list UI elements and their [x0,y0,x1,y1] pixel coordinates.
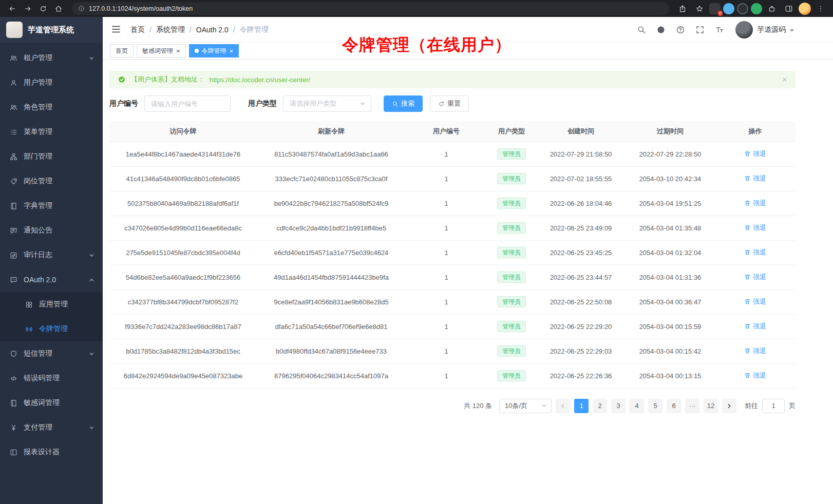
doc-link[interactable]: https://doc.iocoder.cn/user-center/ [210,76,310,84]
page-button-6[interactable]: 6 [667,399,681,413]
tab-token[interactable]: 令牌管理 × [189,44,239,57]
force-logout-button[interactable]: 强退 [744,371,766,380]
page-button-12[interactable]: 12 [704,399,718,413]
reset-button[interactable]: 重置 [430,95,469,112]
page-button-3[interactable]: 3 [611,399,626,413]
action-cell: 强退 [715,191,796,216]
extension-icon-dark[interactable] [737,3,748,14]
avatar [735,21,753,38]
back-button[interactable] [5,2,20,16]
prev-page-button[interactable] [556,399,570,413]
font-size-icon[interactable] [715,25,724,34]
extensions-button[interactable] [765,2,779,16]
user-type-select[interactable]: 请选择用户类型 [283,95,371,112]
create-time-cell: 2022-06-25 22:29:03 [536,339,626,363]
trash-icon [744,323,751,329]
next-page-button[interactable] [722,399,736,413]
sidebar-item-token[interactable]: 令牌管理 [0,317,103,341]
close-icon[interactable]: × [230,48,234,54]
collapse-sidebar-button[interactable] [111,24,122,35]
sidebar-item-label: 令牌管理 [39,324,94,334]
access-token-cell: 502375b8040a469a9b82188afdf6af1f [109,191,257,216]
home-button[interactable] [51,2,66,16]
user-type-badge: 管理员 [497,148,526,160]
app-logo-row[interactable]: 芋道管理系统 [0,17,103,43]
sidebar-menu: 租户管理 用户管理 角色管理 菜单管理 部门管理 [0,43,103,504]
force-logout-button[interactable]: 强退 [744,297,766,306]
user-id-input[interactable] [144,95,231,112]
sidebar-item-app[interactable]: 应用管理 [0,292,103,317]
force-logout-button[interactable]: 强退 [744,149,766,159]
share-button[interactable] [675,2,690,16]
side-panel-button[interactable] [782,2,796,16]
browser-menu-button[interactable] [813,2,828,16]
page-button-5[interactable]: 5 [648,399,662,413]
user-type-badge: 管理员 [497,370,526,381]
sidebar-item-tenant[interactable]: 租户管理 [0,46,103,70]
extension-icon-green[interactable] [751,3,762,14]
goto-page: 前往 页 [745,399,796,413]
forward-button[interactable] [21,2,35,16]
breadcrumb-system[interactable]: 系统管理 [156,25,185,34]
user-type-cell: 管理员 [487,191,536,216]
trash-icon [744,274,751,280]
extension-icon-blue[interactable] [723,3,734,14]
sidebar-item-error-code[interactable]: 错误码管理 [0,366,103,391]
breadcrumb-current: 令牌管理 [240,25,269,34]
breadcrumb-home[interactable]: 首页 [130,25,145,34]
page-button-1[interactable]: 1 [574,399,589,413]
goto-page-input[interactable] [762,399,785,413]
github-icon[interactable] [656,25,666,34]
sidebar-item-label: OAuth 2.0 [24,276,83,284]
sidebar-item-audit-log[interactable]: 审计日志 [0,243,103,267]
url-bar[interactable]: 127.0.0.1:1024/system/oauth2/token [72,2,669,15]
close-icon[interactable]: × [176,48,180,54]
sidebar-item-post[interactable]: 岗位管理 [0,169,103,193]
search-button[interactable]: 搜索 [384,95,423,112]
user-menu[interactable]: 芋道源码 [735,21,794,38]
search-icon[interactable] [637,25,646,34]
page-ellipsis[interactable]: ··· [685,399,699,413]
force-logout-button[interactable]: 强退 [744,223,766,232]
sidebar-item-payment[interactable]: 支付管理 [0,415,103,440]
bookmark-button[interactable] [692,2,707,16]
breadcrumb-oauth[interactable]: OAuth 2.0 [196,26,229,34]
alert-close-icon[interactable]: × [782,75,787,84]
sidebar-item-dept[interactable]: 部门管理 [0,144,103,169]
fullscreen-icon[interactable] [695,25,705,34]
sidebar-item-notice[interactable]: 通知公告 [0,218,103,243]
user-type-cell: 管理员 [487,265,536,289]
sidebar-item-report-designer[interactable]: 报表设计器 [0,440,103,464]
sms-shield-icon [10,350,17,358]
sidebar-item-sms[interactable]: 短信管理 [0,341,103,366]
sidebar-item-oauth[interactable]: OAuth 2.0 [0,267,103,292]
user-type-cell: 管理员 [487,240,536,265]
force-logout-button[interactable]: 强退 [744,199,766,208]
page-button-2[interactable]: 2 [593,399,607,413]
sidebar-item-sensitive-word[interactable]: 敏感词管理 [0,391,103,415]
page-button-4[interactable]: 4 [630,399,644,413]
sidebar-item-role[interactable]: 角色管理 [0,95,103,120]
extension-icon-badged[interactable]: 0 [709,3,721,14]
force-logout-button[interactable]: 强退 [744,322,766,331]
force-logout-button[interactable]: 强退 [744,174,766,183]
tab-sensitive-word[interactable]: 敏感词管理 × [137,44,186,57]
reload-button[interactable] [36,2,50,16]
screen: 127.0.0.1:1024/system/oauth2/token 0 芋道管… [0,0,833,504]
force-logout-button[interactable]: 强退 [744,248,766,257]
sidebar-item-user[interactable]: 用户管理 [0,70,103,95]
tab-home[interactable]: 首页 [110,44,134,57]
force-logout-button[interactable]: 强退 [744,346,766,356]
sidebar-item-menu[interactable]: 菜单管理 [0,120,103,144]
table-row: 54d6be82ee5a460a9aedc1f9bf223656 49d1aa4… [109,265,796,289]
user-type-badge: 管理员 [497,296,526,307]
trash-icon [744,175,751,182]
site-info-icon [78,5,85,12]
trash-icon [744,372,751,379]
sidebar-item-dict[interactable]: 字典管理 [0,193,103,218]
help-icon[interactable] [676,25,685,34]
force-logout-button[interactable]: 强退 [744,273,766,282]
page-size-select[interactable]: 10条/页 [499,399,552,413]
browser-profile-avatar[interactable] [799,3,811,15]
user-id-cell: 1 [406,191,487,216]
